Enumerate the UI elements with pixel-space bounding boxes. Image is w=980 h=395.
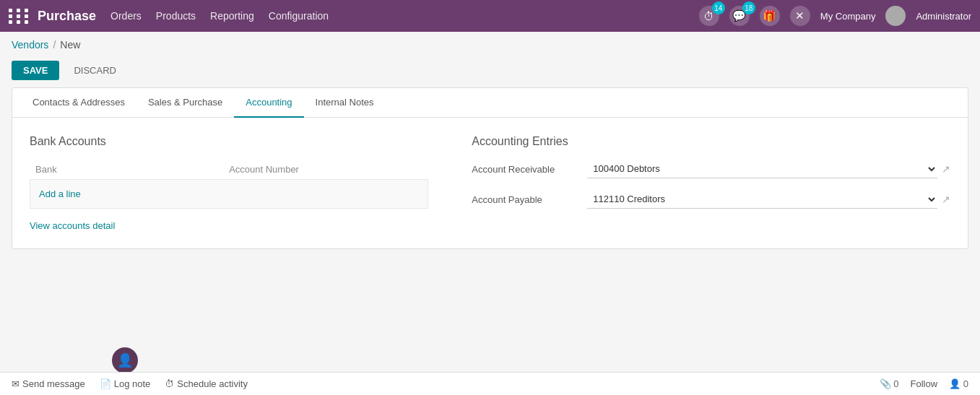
nav-configuration[interactable]: Configuration	[269, 10, 329, 22]
close-icon[interactable]: ✕	[790, 6, 810, 26]
bank-accounts-title: Bank Accounts	[30, 135, 428, 148]
payable-select[interactable]: 112110 Creditors	[587, 190, 937, 209]
receivable-field: 100400 Debtors ↗	[587, 160, 950, 178]
breadcrumb: Vendors / New	[0, 32, 980, 58]
tab-accounting[interactable]: Accounting	[234, 88, 303, 118]
view-accounts-detail-link[interactable]: View accounts detail	[30, 220, 115, 231]
receivable-external-link[interactable]: ↗	[942, 163, 950, 175]
tab-content-accounting: Bank Accounts Bank Account Number Add a …	[12, 118, 968, 248]
payable-external-link[interactable]: ↗	[942, 194, 950, 205]
company-name: My Company	[820, 11, 876, 22]
accounting-entries-title: Accounting Entries	[472, 135, 950, 148]
bank-accounts-header: Bank Account Number	[30, 160, 428, 179]
gift-icon[interactable]: 🎁	[760, 6, 780, 26]
col-bank: Bank	[35, 164, 229, 175]
messages-badge-wrap[interactable]: 💬 18	[729, 6, 750, 26]
top-navbar: Purchase Orders Products Reporting Confi…	[0, 0, 980, 32]
tab-bar: Contacts & Addresses Sales & Purchase Ac…	[12, 88, 968, 118]
activity-count: 14	[712, 1, 725, 14]
account-payable-row: Account Payable 112110 Creditors ↗	[472, 190, 950, 209]
grid-icon[interactable]	[9, 9, 30, 24]
breadcrumb-separator: /	[53, 39, 56, 51]
receivable-label: Account Receivable	[472, 164, 587, 175]
tab-salespurchase[interactable]: Sales & Purchase	[136, 88, 234, 118]
nav-links: Orders Products Reporting Configuration	[110, 10, 685, 22]
avatar	[885, 6, 906, 26]
action-bar: SAVE DISCARD	[0, 58, 980, 87]
breadcrumb-parent[interactable]: Vendors	[12, 39, 48, 51]
add-line-row: Add a line	[30, 179, 428, 209]
save-button[interactable]: SAVE	[12, 61, 59, 80]
discard-button[interactable]: DISCARD	[65, 61, 125, 80]
col-account-number: Account Number	[229, 164, 422, 175]
receivable-select[interactable]: 100400 Debtors	[587, 160, 937, 178]
main-card: Contacts & Addresses Sales & Purchase Ac…	[12, 87, 968, 249]
topnav-right: ⏱ 14 💬 18 🎁 ✕ My Company Administrator	[699, 6, 971, 26]
payable-field: 112110 Creditors ↗	[587, 190, 950, 209]
admin-name: Administrator	[916, 11, 971, 22]
activity-badge-wrap[interactable]: ⏱ 14	[699, 6, 719, 26]
nav-products[interactable]: Products	[156, 10, 196, 22]
messages-count: 18	[742, 1, 755, 14]
app-title: Purchase	[38, 9, 96, 24]
bank-accounts-section: Bank Accounts Bank Account Number Add a …	[30, 135, 428, 231]
nav-orders[interactable]: Orders	[110, 10, 142, 22]
nav-reporting[interactable]: Reporting	[210, 10, 254, 22]
accounting-entries-section: Accounting Entries Account Receivable 10…	[472, 135, 950, 231]
tab-internalnotes[interactable]: Internal Notes	[304, 88, 386, 118]
add-line-button[interactable]: Add a line	[36, 186, 84, 202]
payable-label: Account Payable	[472, 194, 587, 205]
breadcrumb-current: New	[60, 39, 80, 51]
account-receivable-row: Account Receivable 100400 Debtors ↗	[472, 160, 950, 178]
app-brand: Purchase	[9, 9, 96, 24]
tab-contacts[interactable]: Contacts & Addresses	[21, 88, 136, 118]
